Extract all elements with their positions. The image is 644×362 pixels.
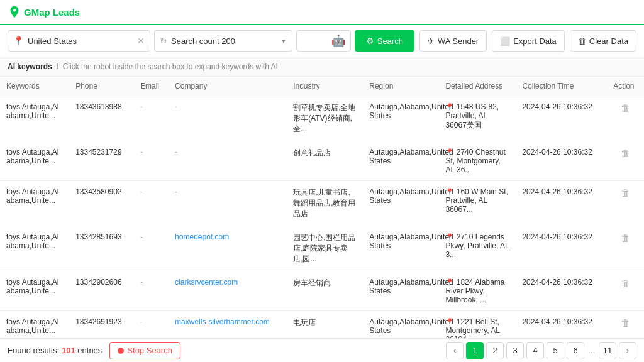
table-header: Keywords Phone Email Company Industry Re… [0, 77, 644, 96]
delete-row-button[interactable]: 🗑 [621, 148, 630, 158]
delete-row-button[interactable]: 🗑 [621, 102, 630, 113]
ai-label: AI keywords [8, 62, 52, 71]
cell-email: - [134, 181, 169, 226]
cell-keyword: toys Autauga,Al abama,Unite... [0, 311, 69, 340]
col-industry: Industry [287, 77, 363, 96]
cell-industry: 房车经销商 [287, 272, 363, 311]
cell-address: 📍 2710 Legends Pkwy, Prattville, AL 3... [439, 226, 516, 272]
address-pin-icon: 📍 [445, 233, 454, 241]
ai-info-icon[interactable]: ℹ [56, 62, 59, 71]
cell-region: Autauga,Alabama,United States [363, 181, 439, 226]
footer: Found results: 101 entries Stop Search ‹… [0, 338, 644, 362]
cell-company: homedepot.com [169, 226, 287, 272]
cell-time: 2024-04-26 10:36:32 [516, 96, 607, 141]
toolbar: 📍 ✕ ↻ ▼ toys 🤖 ⚙ Search ✈ WA Sender ⬜ Ex… [0, 25, 644, 57]
company-link[interactable]: clarksrvcenter.com [175, 278, 238, 287]
delete-row-button[interactable]: 🗑 [621, 187, 630, 198]
company-link[interactable]: maxwells-silverhammer.com [175, 317, 270, 326]
location-input[interactable] [28, 36, 133, 46]
wa-sender-button[interactable]: ✈ WA Sender [419, 30, 487, 52]
cell-keyword: toys Autauga,Al abama,Unite... [0, 226, 69, 272]
clear-location-icon[interactable]: ✕ [137, 36, 145, 46]
cell-time: 2024-04-26 10:36:32 [516, 272, 607, 311]
cell-industry: 割草机专卖店,全地形车(ATV)经销商,全... [287, 96, 363, 141]
cell-region: Autauga,Alabama,United States [363, 311, 439, 340]
cell-company: clarksrvcenter.com [169, 272, 287, 311]
next-page-button[interactable]: › [619, 342, 636, 359]
clear-button[interactable]: 🗑 Clear Data [570, 30, 636, 52]
cell-industry: 玩具店,儿童书店,舞蹈用品店,教育用品店 [287, 181, 363, 226]
count-input[interactable] [171, 36, 277, 46]
cell-phone: 13342902606 [69, 272, 134, 311]
stop-search-button[interactable]: Stop Search [109, 342, 180, 359]
export-button[interactable]: ⬜ Export Data [492, 30, 565, 52]
address-pin-icon: 📍 [445, 278, 454, 286]
toolbar-left: 📍 ✕ ↻ ▼ toys 🤖 ⚙ Search [8, 30, 414, 52]
result-count: 101 [62, 346, 75, 355]
cell-company: maxwells-silverhammer.com [169, 311, 287, 340]
pagination-dots: ... [587, 346, 596, 355]
app-title: GMap Leads [24, 7, 80, 18]
count-dropdown-icon[interactable]: ▼ [280, 38, 287, 45]
pagination: ‹ 1 2 3 4 5 6 ... 11 › [446, 342, 636, 359]
count-input-box[interactable]: ↻ ▼ [154, 30, 292, 52]
cell-email: - [134, 141, 169, 181]
keyword-input[interactable]: toys [302, 36, 328, 46]
delete-row-button[interactable]: 🗑 [621, 317, 630, 328]
cell-phone: 13343580902 [69, 181, 134, 226]
company-link[interactable]: homedepot.com [175, 233, 229, 241]
location-icon: 📍 [13, 36, 24, 46]
table-row: toys Autauga,Al abama,Unite... 133426919… [0, 311, 644, 340]
clear-icon: 🗑 [578, 36, 586, 46]
cell-region: Autauga,Alabama,United States [363, 141, 439, 181]
cell-action: 🗑 [607, 181, 644, 226]
table-row: toys Autauga,Al abama,Unite... 133435809… [0, 181, 644, 226]
page-11-button[interactable]: 11 [599, 342, 616, 359]
cell-time: 2024-04-26 10:36:32 [516, 226, 607, 272]
col-keywords: Keywords [0, 77, 69, 96]
col-time: Collection Time [516, 77, 607, 96]
cell-action: 🗑 [607, 226, 644, 272]
delete-row-button[interactable]: 🗑 [621, 278, 630, 288]
app-header: GMap Leads [0, 0, 644, 25]
company-dash: - [175, 187, 177, 196]
cell-action: 🗑 [607, 96, 644, 141]
page-5-button[interactable]: 5 [547, 342, 564, 359]
robot-icon[interactable]: 🤖 [331, 34, 345, 48]
company-dash: - [175, 102, 177, 111]
cell-phone: 13342851693 [69, 226, 134, 272]
cell-email: - [134, 311, 169, 340]
prev-page-button[interactable]: ‹ [446, 342, 464, 359]
page-1-button[interactable]: 1 [466, 342, 484, 359]
address-pin-icon: 📍 [445, 148, 454, 156]
search-button[interactable]: ⚙ Search [355, 30, 414, 52]
page-4-button[interactable]: 4 [526, 342, 544, 359]
page-6-button[interactable]: 6 [567, 342, 584, 359]
cell-email: - [134, 226, 169, 272]
cell-time: 2024-04-26 10:36:32 [516, 181, 607, 226]
cell-company: - [169, 141, 287, 181]
cell-email: - [134, 96, 169, 141]
cell-address: 📍 1824 Alabama River Pkwy, Millbrook, ..… [439, 272, 516, 311]
cell-industry: 园艺中心,围栏用品店,庭院家具专卖店,园... [287, 226, 363, 272]
cell-action: 🗑 [607, 272, 644, 311]
table-row: toys Autauga,Al abama,Unite... 133436139… [0, 96, 644, 141]
table-wrap: Keywords Phone Email Company Industry Re… [0, 77, 644, 339]
toolbar-right: ✈ WA Sender ⬜ Export Data 🗑 Clear Data [419, 30, 636, 52]
cell-keyword: toys Autauga,Al abama,Unite... [0, 272, 69, 311]
cell-action: 🗑 [607, 141, 644, 181]
location-input-box[interactable]: 📍 ✕ [8, 30, 150, 52]
cell-industry: 创意礼品店 [287, 141, 363, 181]
col-phone: Phone [69, 77, 134, 96]
cell-email: - [134, 272, 169, 311]
keyword-input-box[interactable]: toys 🤖 [296, 30, 351, 52]
page-3-button[interactable]: 3 [506, 342, 524, 359]
refresh-icon: ↻ [160, 36, 167, 46]
table-row: toys Autauga,Al abama,Unite... 133452317… [0, 141, 644, 181]
table-body: toys Autauga,Al abama,Unite... 133436139… [0, 96, 644, 340]
address-pin-icon: 📍 [445, 188, 454, 195]
found-label: Found results: 101 entries [8, 346, 102, 355]
page-2-button[interactable]: 2 [486, 342, 504, 359]
address-pin-icon: 📍 [445, 318, 454, 326]
delete-row-button[interactable]: 🗑 [621, 233, 630, 243]
